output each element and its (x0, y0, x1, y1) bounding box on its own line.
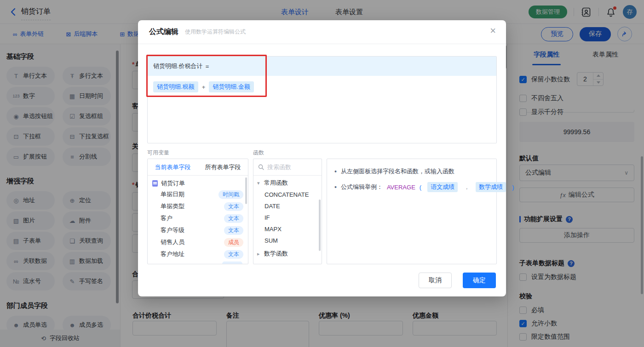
group-label: 文本函数 (264, 263, 288, 264)
tree-closed-icon: ▸ (257, 264, 262, 265)
help-line-1: • 从左侧面板选择字段名和函数，或输入函数 (334, 167, 489, 176)
close-icon[interactable]: × (490, 26, 496, 36)
clipped-badge (222, 262, 242, 264)
tab-all-form-fields[interactable]: 所有表单字段 (198, 159, 248, 175)
help-text: 公式编辑举例： (341, 183, 383, 191)
variable-row[interactable]: 客户地址文本 (148, 248, 248, 260)
variable-row[interactable]: 客户等级文本 (148, 224, 248, 236)
modal-header: 公式编辑 使用数学运算符编辑公式 × (138, 20, 506, 44)
modal-footer: 取消 确定 (419, 273, 496, 288)
function-search-input[interactable] (267, 164, 313, 171)
formula-target-bar: 销货明细.价税合计 = (148, 57, 496, 76)
comma: ， (464, 183, 470, 191)
search-icon (258, 164, 264, 170)
variable-name: 客户等级 (161, 226, 184, 234)
plus-operator: + (202, 84, 206, 91)
example-chip-chinese: 语文成绩 (427, 182, 458, 192)
function-group-text[interactable]: ▸ 文本函数 (253, 261, 322, 264)
variables-root-node[interactable]: 销货订单 (148, 176, 248, 188)
functions-label: 函数 (253, 149, 264, 157)
function-item-if[interactable]: IF (253, 212, 322, 223)
group-label: 常用函数 (264, 179, 288, 187)
variable-row[interactable]: 单据日期时间戳 (148, 188, 248, 200)
formula-target: 销货明细.价税合计 (153, 62, 203, 70)
example-chip-math: 数学成绩 (476, 182, 506, 192)
function-item-concatenate[interactable]: CONCATENATE (253, 189, 322, 200)
type-badge: 文本 (224, 214, 243, 223)
close-paren: ) (512, 184, 514, 191)
formula-editor-modal: 公式编辑 使用数学运算符编辑公式 × 销货明细.价税合计 = 销货明细.税额 +… (138, 20, 506, 296)
tree-closed-icon: ▸ (257, 251, 262, 257)
equals-sign: = (206, 63, 209, 70)
variables-label: 可用变量 (147, 149, 169, 157)
variable-name: 销售人员 (161, 238, 184, 246)
variables-panel: 当前表单字段 所有表单字段 销货订单 单据日期时间戳 单据类型文本 客户文本 客… (147, 159, 248, 264)
variable-row[interactable]: 销售人员成员 (148, 236, 248, 248)
example-function-name: AVERAGE (387, 184, 415, 191)
confirm-button[interactable]: 确定 (463, 273, 496, 288)
tree-open-icon: ▾ (257, 180, 262, 186)
function-item-sum[interactable]: SUM (253, 235, 322, 246)
modal-title: 公式编辑 (149, 27, 178, 37)
type-badge: 成员 (224, 238, 243, 247)
formula-token-amount[interactable]: 销货明细.金额 (209, 81, 254, 92)
variable-name: 单据类型 (161, 202, 184, 210)
functions-scrollbar[interactable] (319, 199, 321, 251)
variable-name: 客户 (161, 214, 172, 222)
type-badge: 文本 (224, 202, 243, 211)
bullet-icon: • (334, 168, 337, 175)
function-group-common[interactable]: ▾ 常用函数 (253, 177, 322, 189)
bullet-icon: • (334, 183, 337, 191)
function-group-math[interactable]: ▸ 数学函数 (253, 248, 322, 260)
help-line-2: • 公式编辑举例：AVERAGE(语文成绩，数学成绩) (334, 182, 489, 192)
open-paren: ( (420, 184, 421, 191)
function-item-date[interactable]: DATE (253, 200, 322, 212)
type-badge: 文本 (224, 226, 243, 235)
formula-token-tax[interactable]: 销货明细.税额 (153, 81, 198, 92)
formula-editor[interactable]: 销货明细.价税合计 = 销货明细.税额 + 销货明细.金额 (147, 56, 497, 143)
document-icon (152, 180, 158, 187)
modal-subtitle: 使用数学运算符编辑公式 (185, 28, 246, 36)
type-badge: 时间戳 (218, 190, 243, 199)
tab-current-form-fields[interactable]: 当前表单字段 (148, 159, 198, 175)
variable-row[interactable]: 客户文本 (148, 212, 248, 224)
group-label: 数学函数 (264, 250, 288, 258)
help-text: 从左侧面板选择字段名和函数，或输入函数 (341, 167, 454, 176)
functions-panel: ▾ 常用函数 CONCATENATE DATE IF MAPX SUM ▸ 数学… (253, 159, 322, 264)
function-search (253, 159, 322, 176)
variables-tabs: 当前表单字段 所有表单字段 (148, 159, 248, 176)
variable-name: 单据日期 (161, 190, 184, 199)
cancel-button[interactable]: 取消 (419, 273, 452, 288)
variable-name: 客户地址 (161, 250, 184, 258)
function-item-mapx[interactable]: MAPX (253, 223, 322, 235)
formula-expression[interactable]: 销货明细.税额 + 销货明细.金额 (148, 76, 496, 98)
variable-row[interactable]: 单据类型文本 (148, 200, 248, 212)
variables-scrollbar[interactable] (245, 177, 247, 204)
help-panel: • 从左侧面板选择字段名和函数，或输入函数 • 公式编辑举例：AVERAGE(语… (327, 159, 497, 264)
root-label: 销货订单 (161, 179, 185, 188)
type-badge: 文本 (224, 250, 243, 259)
